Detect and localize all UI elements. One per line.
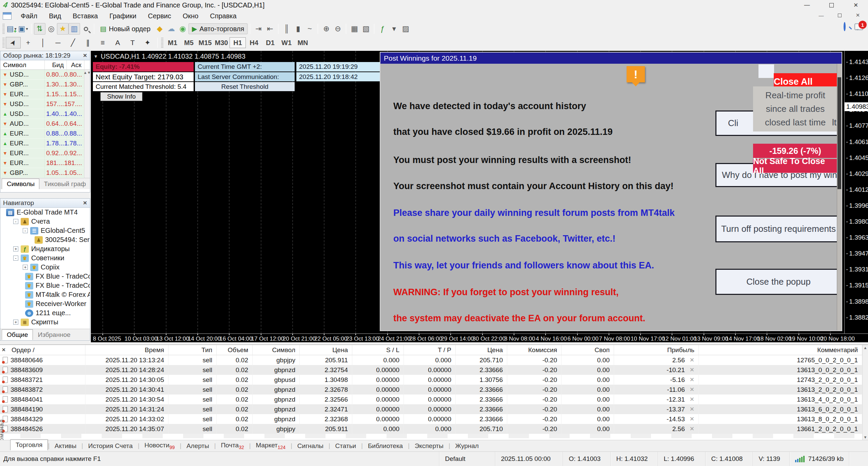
expand-icon[interactable]: + xyxy=(13,320,18,325)
search-icon[interactable] xyxy=(844,23,846,31)
close-order-icon[interactable]: ✕ xyxy=(690,366,694,373)
autoscroll-icon[interactable]: ⇤ xyxy=(264,23,276,35)
zoom-in-icon[interactable]: ⊕ xyxy=(320,23,332,35)
navigator-item[interactable]: ♛FX Blue - TradeCop xyxy=(0,272,90,281)
timeframe-M15[interactable]: M15 xyxy=(197,37,213,48)
timeframe-M30[interactable]: M30 xyxy=(213,37,230,48)
navigator-tab-2[interactable]: Избранное xyxy=(33,330,75,340)
orders-col-Цена[interactable]: Цена xyxy=(300,345,352,355)
metaeditor-icon[interactable]: ◆ xyxy=(154,23,165,35)
close-order-icon[interactable]: ✕ xyxy=(690,386,694,393)
collapse-icon[interactable]: - xyxy=(23,228,28,233)
close-button[interactable]: ✕ xyxy=(844,0,868,10)
reset-threshold-button[interactable]: Reset Threshold xyxy=(195,82,295,91)
status-profile[interactable]: Default xyxy=(439,452,495,466)
data-window-icon[interactable]: ▥ xyxy=(68,23,80,35)
mw-col-Аск[interactable]: Аск xyxy=(67,60,84,69)
popup-title[interactable]: Post Winnings for 2025.11.19 xyxy=(380,53,842,64)
close-order-icon[interactable]: ✕ xyxy=(690,425,694,432)
navigator-item[interactable]: ♛MT4talk © Forex A xyxy=(0,290,90,299)
terminal-tab-Активы[interactable]: Активы xyxy=(50,441,81,451)
terminal-tab-История Счета[interactable]: История Счета xyxy=(83,441,138,451)
market-watch-row[interactable]: ▼EUR...0.92...0.92... xyxy=(0,148,90,158)
collapse-icon[interactable]: - xyxy=(13,256,18,261)
table-row[interactable]: 3884845262025.11.20 14:35:07sell0.02gbpj… xyxy=(0,424,862,434)
orders-col-Цена[interactable]: Цена xyxy=(456,345,507,355)
terminal-tab-Алерты[interactable]: Алерты xyxy=(181,441,214,451)
dropdown-caret-icon[interactable]: ▾ xyxy=(26,26,28,31)
table-row[interactable]: 3884840412025.11.20 14:30:54sell0.02gbpn… xyxy=(0,394,862,404)
navigator-item[interactable]: ▤E-Global Trade MT4 xyxy=(0,208,90,217)
expand-icon[interactable]: + xyxy=(13,246,18,251)
bars-icon[interactable]: ║ xyxy=(281,23,292,35)
market-watch-row[interactable]: ▲EUR...0.88...0.88... xyxy=(0,129,90,139)
orders-col-Комментарий[interactable]: Комментарий xyxy=(699,345,862,355)
community-icon[interactable]: ☁ xyxy=(165,23,177,35)
orders-col-S / L[interactable]: S / L xyxy=(352,345,404,355)
crosshair-tool[interactable]: + xyxy=(21,37,36,48)
navigator-item[interactable]: ♟30025494: Serh xyxy=(0,235,90,244)
navigator-item[interactable]: -☰EGlobal-Cent5 xyxy=(0,226,90,235)
navigator-item[interactable]: +♛Copiix xyxy=(0,263,90,272)
new-chart-icon[interactable]: ▤+▾ xyxy=(6,23,17,35)
market-watch-scrollbar[interactable]: ▲▼ xyxy=(84,70,90,178)
market-watch-close-icon[interactable]: ✕ xyxy=(83,53,87,59)
chart-shift-icon[interactable]: ⇅ xyxy=(34,23,45,35)
market-watch-row[interactable]: ▼EUR...1.15...1.15... xyxy=(0,89,90,99)
fibonacci-tool[interactable]: ≡ xyxy=(95,37,110,48)
close-order-icon[interactable]: ✕ xyxy=(690,376,694,383)
market-watch-row[interactable]: ▼EUR...181....181.... xyxy=(0,158,90,168)
expand-icon[interactable]: + xyxy=(23,265,28,270)
terminal-tab-Почта[interactable]: Почта32 xyxy=(216,440,249,451)
mdi-close-button[interactable]: ✕ xyxy=(851,11,865,20)
terminal-tab-Журнал[interactable]: Журнал xyxy=(450,441,484,451)
timeframe-W1[interactable]: W1 xyxy=(278,37,295,48)
chart-dropdown-icon[interactable]: ▼ xyxy=(94,54,98,59)
terminal-tab-Торговля[interactable]: Торговля xyxy=(10,440,48,450)
market-watch-row[interactable]: ▼AUD...0.64...0.64... xyxy=(0,119,90,129)
templates-icon[interactable]: ▨ xyxy=(400,23,411,35)
turn-off-posting-button[interactable]: Turn off posting requirements xyxy=(715,216,842,242)
new-order-button[interactable]: ▤Новый ордер xyxy=(97,23,154,34)
terminal-tab-Библиотека[interactable]: Библиотека xyxy=(363,441,408,451)
orders-col-Тип[interactable]: Тип xyxy=(169,345,217,355)
menu-item-Справка[interactable]: Справка xyxy=(204,11,242,21)
navigator-item[interactable]: -♛Советники xyxy=(0,254,90,263)
market-watch-tab-2[interactable]: Тиковый граф xyxy=(39,179,90,189)
close-order-icon[interactable]: ✕ xyxy=(690,416,694,423)
collapse-icon[interactable]: - xyxy=(13,219,18,224)
table-row[interactable]: 3884836092025.11.20 14:28:24sell0.02gbpn… xyxy=(0,365,862,375)
chart-window-icon[interactable] xyxy=(3,12,12,20)
orders-col-Прибыль[interactable]: Прибыль xyxy=(614,345,699,355)
profiles-icon[interactable]: ▣▾ xyxy=(17,23,29,35)
indicators-icon[interactable]: ƒ xyxy=(377,23,388,35)
timeframe-M5[interactable]: M5 xyxy=(181,37,197,48)
autotrade-button[interactable]: ▶Авто-торговля xyxy=(189,23,248,34)
navigator-tab-1[interactable]: Общие xyxy=(2,329,33,340)
zoom-out-icon[interactable]: ⊖ xyxy=(332,23,343,35)
market-watch-tab-1[interactable]: Символы xyxy=(2,179,39,189)
minimize-button[interactable]: — xyxy=(795,0,819,10)
navigator-close-icon[interactable]: ✕ xyxy=(83,200,87,206)
market-watch-row[interactable]: ▼GBP...1.30...1.30... xyxy=(0,80,90,89)
market-watch-row[interactable]: ▲EUR...1.78...1.78... xyxy=(0,139,90,148)
close-order-icon[interactable]: ✕ xyxy=(690,406,694,413)
orders-col-Своп[interactable]: Своп xyxy=(561,345,614,355)
menu-item-Файл[interactable]: Файл xyxy=(15,11,43,21)
notifications-icon[interactable]: 1 xyxy=(854,23,863,30)
signals-icon[interactable]: ◉ xyxy=(177,23,189,35)
close-order-icon[interactable]: ✕ xyxy=(690,396,694,403)
menu-item-Вставка[interactable]: Вставка xyxy=(67,11,103,21)
tile-windows-icon[interactable]: ▦ xyxy=(349,23,360,35)
terminal-tab-Эксперты[interactable]: Эксперты xyxy=(410,441,449,451)
table-row[interactable]: 3884838722025.11.20 14:30:41sell0.02gbpn… xyxy=(0,385,862,394)
trendline-tool[interactable]: ╱ xyxy=(65,37,80,48)
terminal-tab-Сигналы[interactable]: Сигналы xyxy=(292,441,329,451)
market-watch-row[interactable]: ▼USD...0.80...0.80... xyxy=(0,70,90,80)
timeframe-D1[interactable]: D1 xyxy=(262,37,278,48)
vertical-line-tool[interactable]: │ xyxy=(36,37,51,48)
navigator-item[interactable]: -♟Счета xyxy=(0,217,90,226)
close-popup-button[interactable]: Close the popup xyxy=(715,269,842,295)
restore-button[interactable] xyxy=(819,0,844,10)
show-info-button[interactable]: Show Info xyxy=(100,92,142,101)
